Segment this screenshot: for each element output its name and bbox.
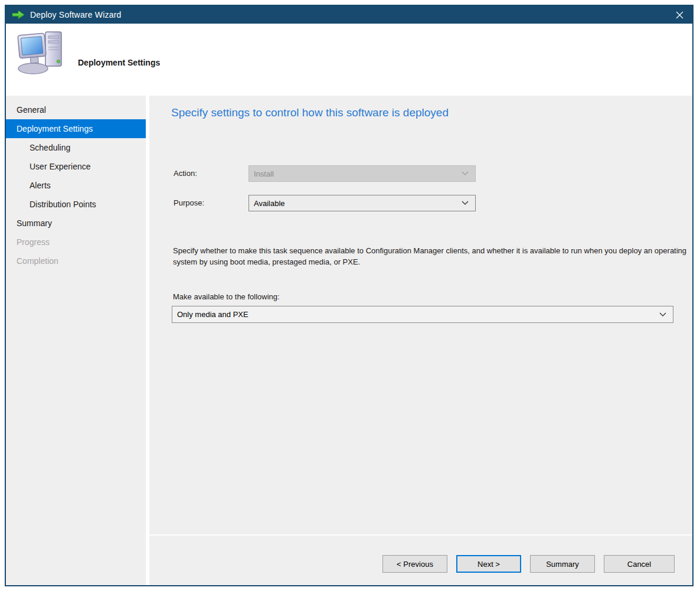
sidebar-item-summary[interactable]: Summary — [6, 214, 146, 233]
purpose-dropdown[interactable]: Available — [248, 195, 476, 211]
close-icon — [675, 11, 684, 19]
chevron-down-icon — [462, 201, 469, 205]
panel-heading: Specify settings to control how this sof… — [171, 106, 449, 119]
make-available-label: Make available to the following: — [173, 292, 280, 301]
previous-button[interactable]: < Previous — [382, 555, 447, 573]
purpose-label: Purpose: — [174, 198, 204, 207]
next-button[interactable]: Next > — [456, 555, 521, 573]
deploy-software-wizard-window: Deploy Software Wizard — [5, 5, 694, 586]
window-title: Deploy Software Wizard — [30, 10, 122, 19]
title-bar: Deploy Software Wizard — [6, 6, 692, 24]
action-label: Action: — [174, 169, 197, 178]
make-available-dropdown[interactable]: Only media and PXE — [172, 306, 673, 323]
action-dropdown: Install — [248, 165, 476, 182]
sidebar-item-general[interactable]: General — [6, 100, 146, 119]
chevron-down-icon — [462, 171, 469, 176]
sidebar-item-deployment-settings[interactable]: Deployment Settings — [6, 119, 146, 138]
purpose-dropdown-value: Available — [254, 199, 285, 208]
sidebar-item-scheduling[interactable]: Scheduling — [6, 138, 146, 157]
button-bar: < Previous Next > Summary Cancel — [149, 536, 692, 585]
action-dropdown-value: Install — [254, 169, 274, 178]
cancel-button[interactable]: Cancel — [604, 555, 675, 573]
sidebar-item-completion: Completion — [6, 252, 146, 270]
wizard-header: Deployment Settings — [6, 24, 692, 96]
sidebar-item-alerts[interactable]: Alerts — [6, 176, 146, 195]
chevron-down-icon — [659, 312, 666, 317]
computer-icon — [15, 30, 67, 78]
sidebar-item-progress: Progress — [6, 233, 146, 252]
wizard-green-arrow-icon — [12, 9, 25, 20]
page-title: Deployment Settings — [78, 58, 160, 67]
wizard-body: General Deployment Settings Scheduling U… — [6, 96, 692, 585]
description-text: Specify whether to make this task sequen… — [173, 245, 689, 267]
deployment-settings-panel: Specify settings to control how this sof… — [149, 96, 692, 534]
close-button[interactable] — [673, 9, 685, 21]
make-available-dropdown-value: Only media and PXE — [177, 310, 248, 319]
sidebar-item-distribution-points[interactable]: Distribution Points — [6, 195, 146, 214]
sidebar-item-user-experience[interactable]: User Experience — [6, 157, 146, 176]
wizard-steps-sidebar: General Deployment Settings Scheduling U… — [6, 96, 146, 585]
summary-button[interactable]: Summary — [530, 555, 595, 573]
